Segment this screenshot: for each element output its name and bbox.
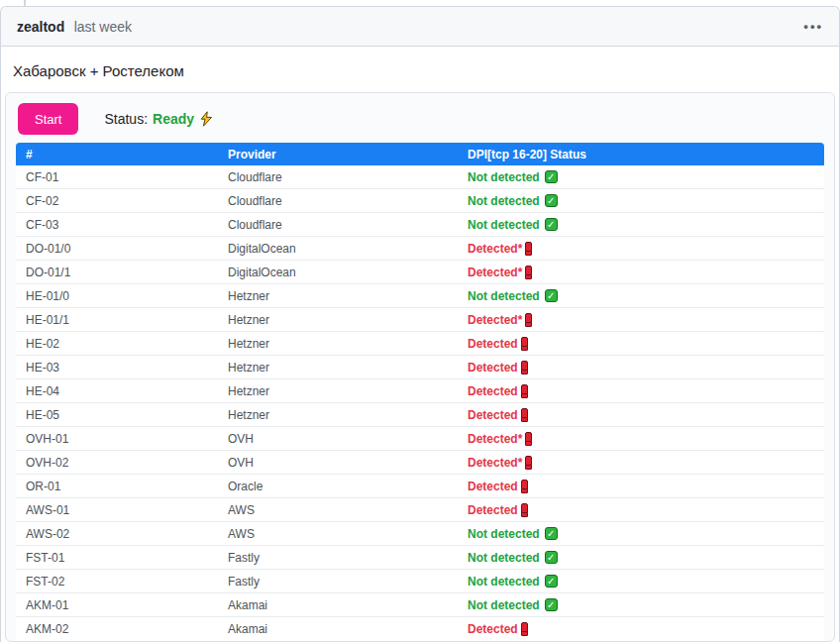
cell-status: Detected* ✓ xyxy=(458,427,824,451)
cell-provider: OVH xyxy=(218,451,458,475)
exclamation-icon xyxy=(520,622,527,636)
cell-id: AKM-02 xyxy=(16,617,218,641)
table-row: AWS-02 AWS Not detected ✓ xyxy=(16,522,824,546)
cell-provider: AWS xyxy=(218,498,458,522)
status-text: Detected ✓ xyxy=(468,384,527,398)
status-text: Not detected ✓ xyxy=(468,551,558,565)
exclamation-icon xyxy=(524,456,531,470)
table-row: HE-04 Hetzner Detected ✓ xyxy=(16,379,824,403)
status-text: Not detected ✓ xyxy=(468,598,558,612)
exclamation-icon xyxy=(524,242,531,256)
exclamation-icon xyxy=(520,361,527,375)
check-icon: ✓ xyxy=(545,551,558,564)
exclamation-icon xyxy=(524,266,531,279)
cell-provider: Fastly xyxy=(218,570,458,593)
cell-provider: Hetzner xyxy=(218,403,458,427)
comment-body: Хабаровск + Ростелеком Start Status: Rea… xyxy=(1,47,839,642)
status-text: Detected* ✓ xyxy=(468,242,531,256)
table-row: FST-01 Fastly Not detected ✓ xyxy=(16,546,824,570)
table-row: HE-05 Hetzner Detected ✓ xyxy=(16,403,824,427)
cell-id: DO-01/0 xyxy=(16,237,218,261)
check-icon: ✓ xyxy=(545,575,558,588)
status-text: Detected* ✓ xyxy=(468,266,531,279)
cell-id: OVH-01 xyxy=(16,427,218,451)
check-icon: ✓ xyxy=(545,194,558,207)
status-text: Not detected ✓ xyxy=(468,218,558,232)
cell-provider: Cloudflare xyxy=(218,189,458,213)
cell-status: Detected ✓ xyxy=(458,356,824,379)
status-text: Detected* ✓ xyxy=(468,313,531,327)
cell-provider: Hetzner xyxy=(218,379,458,403)
status-text: Detected ✓ xyxy=(468,408,527,422)
cell-provider: Oracle xyxy=(218,475,458,498)
column-header-number: # xyxy=(16,143,218,165)
cell-provider: Hetzner xyxy=(218,332,458,356)
cell-id: HE-04 xyxy=(16,379,218,403)
cell-id: HE-05 xyxy=(16,403,218,427)
status-label: Status: xyxy=(104,111,148,127)
column-header-status: DPI[tcp 16-20] Status xyxy=(458,143,824,165)
status-text: Detected ✓ xyxy=(468,480,527,493)
cell-id: CF-03 xyxy=(16,213,218,237)
table-row: OVH-02 OVH Detected* ✓ xyxy=(16,451,824,475)
table-row: CF-01 Cloudflare Not detected ✓ xyxy=(16,165,824,189)
cell-id: OR-01 xyxy=(16,475,218,498)
cell-provider: Akamai xyxy=(218,617,458,641)
cell-provider: DigitalOcean xyxy=(218,261,458,284)
cell-id: HE-01/0 xyxy=(16,284,218,308)
exclamation-icon xyxy=(520,337,527,351)
cell-provider: DigitalOcean xyxy=(218,237,458,261)
check-icon: ✓ xyxy=(545,218,558,231)
status-text: Detected ✓ xyxy=(468,361,527,375)
cell-provider: Cloudflare xyxy=(218,165,458,189)
cell-id: HE-02 xyxy=(16,332,218,356)
cell-status: Detected ✓ xyxy=(458,379,824,403)
table-row: DO-01/1 DigitalOcean Detected* ✓ xyxy=(16,261,824,284)
status-text: Detected ✓ xyxy=(468,622,527,636)
cell-id: HE-01/1 xyxy=(16,308,218,332)
cell-provider: OVH xyxy=(218,427,458,451)
table-row: CF-03 Cloudflare Not detected ✓ xyxy=(16,213,824,237)
cell-status: Not detected ✓ xyxy=(458,522,824,546)
exclamation-icon xyxy=(520,503,527,517)
cell-provider: Hetzner xyxy=(218,284,458,308)
cell-status: Detected ✓ xyxy=(458,475,824,498)
cell-status: Not detected ✓ xyxy=(458,213,824,237)
cell-id: DO-01/1 xyxy=(16,261,218,284)
status-text: Not detected ✓ xyxy=(468,575,558,589)
zap-icon xyxy=(199,111,214,127)
cell-id: OVH-02 xyxy=(16,451,218,475)
cell-status: Detected ✓ xyxy=(458,617,824,641)
cell-provider: Hetzner xyxy=(218,308,458,332)
table-row: HE-01/0 Hetzner Not detected ✓ xyxy=(16,284,824,308)
status-text: Detected* ✓ xyxy=(468,432,531,446)
cell-provider: AWS xyxy=(218,522,458,546)
status-line: Status: Ready xyxy=(104,111,214,127)
dpi-panel: Start Status: Ready # Provider DPI[tcp 1… xyxy=(5,92,835,642)
cell-status: Not detected ✓ xyxy=(458,546,824,570)
cell-status: Detected* ✓ xyxy=(458,451,824,475)
cell-provider: Cloudflare xyxy=(218,213,458,237)
table-row: OR-01 Oracle Detected ✓ xyxy=(16,475,824,498)
start-button[interactable]: Start xyxy=(18,103,78,135)
exclamation-icon xyxy=(524,313,531,327)
check-icon: ✓ xyxy=(545,170,558,183)
table-body: CF-01 Cloudflare Not detected ✓ CF-02 Cl… xyxy=(16,165,824,641)
check-icon: ✓ xyxy=(545,289,558,302)
comment-byline: zealtod last week xyxy=(17,18,132,36)
dpi-table: # Provider DPI[tcp 16-20] Status CF-01 C… xyxy=(16,143,824,641)
table-row: HE-01/1 Hetzner Detected* ✓ xyxy=(16,308,824,332)
status-value: Ready xyxy=(153,111,194,127)
comment-timestamp: last week xyxy=(74,19,132,35)
table-row: DO-01/0 DigitalOcean Detected* ✓ xyxy=(16,237,824,261)
table-row: CF-02 Cloudflare Not detected ✓ xyxy=(16,189,824,213)
cell-id: CF-01 xyxy=(16,165,218,189)
cell-id: FST-02 xyxy=(16,570,218,593)
status-text: Not detected ✓ xyxy=(468,527,558,541)
kebab-menu-icon[interactable]: ••• xyxy=(803,20,823,33)
control-row: Start Status: Ready xyxy=(18,103,824,135)
status-text: Not detected ✓ xyxy=(468,194,558,208)
cell-id: AKM-01 xyxy=(16,593,218,617)
table-row: AKM-01 Akamai Not detected ✓ xyxy=(16,593,824,617)
exclamation-icon xyxy=(524,432,531,446)
